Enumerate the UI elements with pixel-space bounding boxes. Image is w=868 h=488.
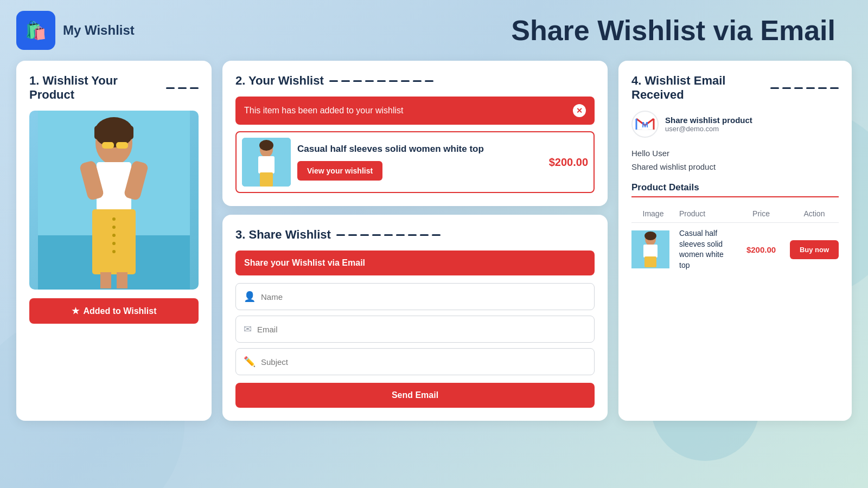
svg-rect-29 (643, 245, 658, 258)
dash (384, 234, 393, 236)
table-img-svg (631, 230, 669, 268)
send-email-button[interactable]: Send Email (235, 383, 595, 408)
middle-column: 2. Your Wishlist This item has been adde… (222, 61, 608, 421)
dash (425, 80, 433, 82)
star-icon: ★ (72, 306, 79, 316)
svg-point-12 (112, 217, 116, 221)
gmail-logo-svg: M (635, 117, 655, 132)
header: 🛍️ My Wishlist Share Wishlist via Email (0, 0, 868, 55)
card2-dashes (329, 80, 433, 82)
dash (782, 87, 791, 89)
buy-now-button[interactable]: Buy now (790, 240, 839, 259)
card3-title-text: 3. Share Wishlist (235, 228, 331, 242)
dash (413, 80, 422, 82)
dash (818, 87, 827, 89)
th-image: Image (631, 209, 675, 218)
share-header-text: Share your Wishlist via Email (244, 258, 365, 267)
dash (401, 80, 410, 82)
share-header: Share your Wishlist via Email (235, 251, 595, 275)
item-name: Casual half sleeves solid women white to… (297, 144, 542, 155)
card-your-wishlist: 2. Your Wishlist This item has been adde… (222, 61, 608, 206)
card4-title-text: 4. Wishlist Email Received (631, 74, 765, 102)
email-message: Shared wishlist product (631, 162, 839, 171)
th-action: Action (790, 209, 839, 218)
email-greeting: Hello User (631, 149, 839, 158)
page-title: Share Wishlist via Email (511, 14, 835, 47)
svg-rect-6 (116, 142, 128, 149)
th-product: Product (679, 209, 732, 218)
item-price: $200.00 (549, 156, 588, 169)
name-input[interactable] (261, 292, 586, 301)
shopping-bag-icon: 🛍️ (25, 20, 47, 41)
sender-email: user@demo.com (665, 125, 752, 133)
notification-text: This item has been added to your wishlis… (244, 106, 403, 115)
svg-text:M: M (642, 120, 648, 129)
svg-point-28 (644, 232, 656, 240)
gmail-icon: M (631, 111, 659, 138)
item-thumbnail (242, 138, 291, 187)
dash (372, 234, 381, 236)
card3-dashes (336, 234, 441, 236)
add-to-wishlist-button[interactable]: ★ Added to Wishlist (29, 298, 199, 324)
card2-title-text: 2. Your Wishlist (235, 74, 324, 88)
dash (432, 234, 441, 236)
card4-title: 4. Wishlist Email Received (631, 74, 839, 102)
card4-dashes (770, 87, 839, 89)
product-details-title: Product Details (631, 182, 839, 197)
subject-field-container: ✏️ (235, 348, 595, 375)
product-image-container (29, 111, 199, 290)
dash (348, 234, 357, 236)
table-product-price: $200.00 (737, 245, 786, 254)
dash (806, 87, 815, 89)
dash (365, 80, 374, 82)
subject-input[interactable] (261, 357, 586, 367)
table-product-image (631, 230, 669, 268)
dash (389, 80, 398, 82)
add-wishlist-label: Added to Wishlist (84, 306, 157, 316)
svg-rect-30 (644, 256, 656, 267)
table-header: Image Product Price Action (631, 205, 839, 223)
sender-name: Share wishlist product (665, 115, 752, 125)
table-product-name: Casual half sleeves solid women white to… (679, 228, 732, 271)
item-thumb-svg (242, 138, 291, 187)
dash (396, 234, 405, 236)
table-row: Casual half sleeves solid women white to… (631, 228, 839, 271)
svg-rect-17 (100, 272, 111, 288)
svg-point-16 (112, 250, 116, 253)
edit-icon: ✏️ (244, 356, 256, 368)
logo-area: 🛍️ My Wishlist (16, 11, 135, 50)
dash (377, 80, 386, 82)
dash (329, 80, 338, 82)
card-email-received: 4. Wishlist Email Received (618, 61, 852, 421)
product-image-svg (38, 111, 190, 290)
email-header-row: M Share wishlist product user@demo.com (631, 111, 839, 138)
dash (830, 87, 839, 89)
email-field-container: ✉ (235, 316, 595, 343)
dash (190, 87, 199, 89)
dash (770, 87, 779, 89)
logo-icon: 🛍️ (16, 11, 55, 50)
view-wishlist-button[interactable]: View your wishlist (297, 161, 382, 181)
svg-rect-22 (258, 156, 275, 174)
svg-point-15 (112, 242, 116, 245)
card1-title-text: 1. Wishlist Your Product (29, 74, 161, 102)
svg-rect-4 (94, 126, 133, 139)
svg-rect-18 (117, 272, 127, 288)
svg-point-14 (112, 234, 116, 237)
close-notification-button[interactable]: ✕ (573, 104, 586, 117)
email-input[interactable] (257, 325, 586, 334)
main-content: 1. Wishlist Your Product (0, 55, 868, 426)
card3-title: 3. Share Wishlist (235, 228, 595, 242)
dash (336, 234, 345, 236)
svg-point-13 (112, 226, 116, 229)
card2-title: 2. Your Wishlist (235, 74, 595, 88)
dash (166, 87, 175, 89)
email-icon: ✉ (244, 323, 252, 335)
name-field-container: 👤 (235, 283, 595, 310)
card1-dashes (166, 87, 199, 89)
svg-rect-8 (97, 162, 131, 211)
dash (353, 80, 362, 82)
svg-rect-5 (102, 142, 114, 149)
notification-banner: This item has been added to your wishlis… (235, 97, 595, 125)
card1-title: 1. Wishlist Your Product (29, 74, 199, 102)
